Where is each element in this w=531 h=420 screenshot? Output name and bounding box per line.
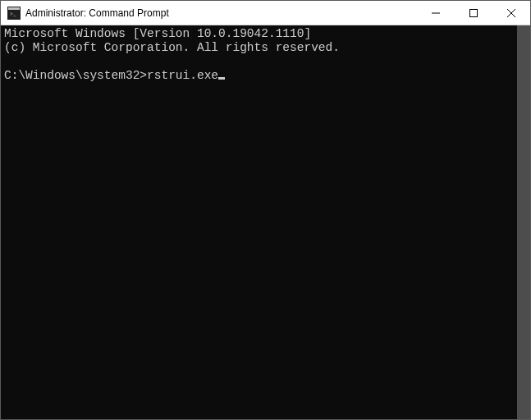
vertical-scrollbar[interactable] bbox=[517, 25, 530, 419]
prompt: C:\Windows\system32> bbox=[4, 69, 147, 82]
cmd-icon: >_ bbox=[7, 7, 21, 20]
maximize-button[interactable] bbox=[455, 1, 492, 25]
minimize-button[interactable] bbox=[417, 1, 455, 25]
cursor bbox=[218, 77, 225, 80]
terminal-line: (c) Microsoft Corporation. All rights re… bbox=[4, 41, 340, 54]
terminal-line: Microsoft Windows [Version 10.0.19042.11… bbox=[4, 27, 311, 40]
window-title: Administrator: Command Prompt bbox=[25, 7, 169, 19]
svg-text:>_: >_ bbox=[10, 11, 16, 17]
command-prompt-window: >_ Administrator: Command Prompt Microso… bbox=[0, 0, 531, 420]
terminal[interactable]: Microsoft Windows [Version 10.0.19042.11… bbox=[1, 25, 517, 419]
window-controls bbox=[417, 1, 530, 25]
svg-rect-1 bbox=[8, 7, 20, 10]
close-button[interactable] bbox=[492, 1, 530, 25]
titlebar[interactable]: >_ Administrator: Command Prompt bbox=[1, 1, 530, 25]
prompt-line: C:\Windows\system32>rstrui.exe bbox=[4, 69, 225, 82]
scrollbar-thumb[interactable] bbox=[517, 25, 530, 419]
terminal-area: Microsoft Windows [Version 10.0.19042.11… bbox=[1, 25, 530, 419]
svg-rect-4 bbox=[470, 9, 478, 16]
command-input[interactable]: rstrui.exe bbox=[147, 69, 218, 82]
